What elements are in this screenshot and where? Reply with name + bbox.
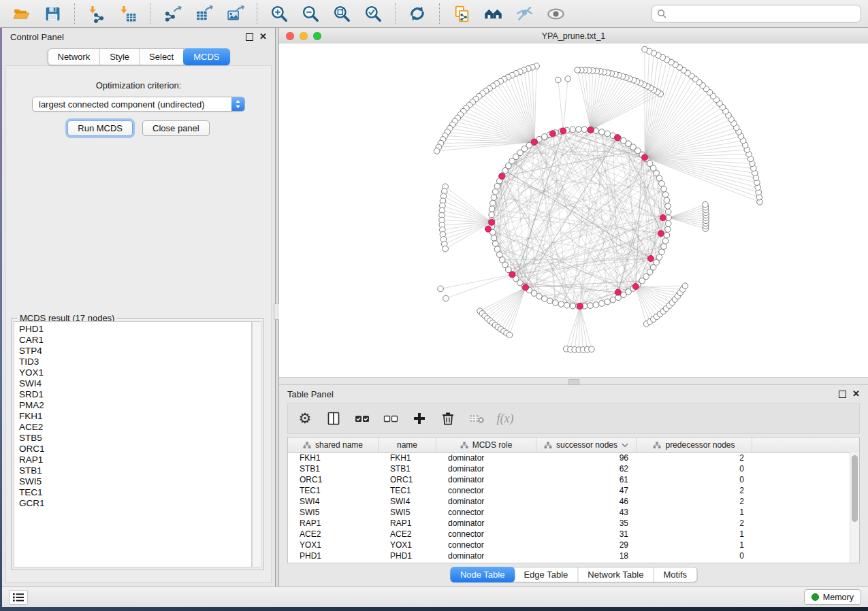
network-node[interactable] — [665, 209, 671, 215]
table-row[interactable]: RAP1RAP1dominator352 — [288, 518, 850, 529]
network-node[interactable] — [542, 134, 548, 140]
network-node[interactable] — [489, 206, 495, 212]
network-node[interactable] — [662, 238, 669, 244]
mcds-result-item[interactable]: SWI4 — [14, 378, 251, 389]
table-row[interactable]: YOX1YOX1connector291 — [288, 540, 850, 550]
delete-column-button[interactable] — [439, 410, 457, 427]
zoom-out-button[interactable] — [296, 3, 325, 24]
network-node[interactable] — [564, 302, 570, 308]
network-node[interactable] — [434, 148, 440, 154]
network-node[interactable] — [492, 189, 498, 195]
zoom-selected-button[interactable] — [359, 3, 387, 24]
mcds-result-item[interactable]: PMA2 — [14, 400, 251, 411]
mcds-result-item[interactable]: CAR1 — [14, 335, 251, 346]
network-node[interactable] — [659, 181, 665, 187]
tab-edge-table[interactable]: Edge Table — [514, 567, 578, 582]
mcds-dominator-node[interactable] — [647, 255, 654, 261]
network-node[interactable] — [665, 227, 671, 233]
mcds-result-item[interactable]: TEC1 — [14, 487, 251, 498]
table-row[interactable]: STB1STB1dominator620 — [288, 463, 850, 474]
network-node[interactable] — [443, 246, 449, 252]
mcds-dominator-node[interactable] — [489, 219, 495, 225]
mcds-dominator-node[interactable] — [560, 128, 566, 134]
network-node[interactable] — [605, 131, 611, 137]
tab-select[interactable]: Select — [140, 49, 184, 65]
close-panel-icon[interactable]: ✕ — [852, 391, 860, 397]
network-node[interactable] — [542, 296, 548, 302]
mcds-result-item[interactable]: GCR1 — [14, 498, 251, 509]
table-row[interactable]: SWI5SWI5connector431 — [288, 507, 850, 518]
column-header-successor-nodes[interactable]: successor nodes — [536, 437, 637, 452]
close-panel-icon[interactable]: ✕ — [259, 33, 267, 40]
export-table-button[interactable] — [189, 3, 218, 24]
select-all-button[interactable] — [353, 410, 371, 427]
column-header-predecessor-nodes[interactable]: predecessor nodes — [637, 437, 752, 452]
network-node[interactable] — [570, 303, 576, 309]
show-all-button[interactable] — [541, 3, 570, 24]
network-node[interactable] — [588, 303, 594, 309]
tab-mcds[interactable]: MCDS — [183, 48, 229, 65]
network-node[interactable] — [494, 183, 500, 189]
column-header-name[interactable]: name — [379, 437, 436, 452]
zoom-in-button[interactable] — [265, 3, 293, 24]
mcds-result-item[interactable]: ACE2 — [14, 422, 251, 433]
mcds-result-item[interactable]: ORC1 — [14, 444, 251, 455]
mcds-result-item[interactable]: STB1 — [14, 465, 251, 476]
network-graph[interactable] — [279, 44, 868, 377]
mcds-dominator-node[interactable] — [658, 231, 664, 237]
table-row[interactable]: PHD1PHD1dominator180 — [288, 550, 850, 561]
mcds-result-item[interactable]: STB5 — [14, 433, 251, 444]
network-node[interactable] — [642, 46, 648, 52]
tab-node-table[interactable]: Node Table — [450, 567, 515, 582]
table-row[interactable]: TEC1TEC1connector472 — [288, 485, 850, 496]
network-node[interactable] — [661, 244, 667, 250]
network-node[interactable] — [547, 298, 553, 304]
export-image-button[interactable] — [221, 3, 249, 24]
network-node[interactable] — [558, 301, 564, 308]
network-node[interactable] — [703, 201, 709, 208]
mcds-dominator-node[interactable] — [660, 214, 666, 220]
network-node[interactable] — [581, 127, 588, 133]
mcds-result-item[interactable]: SRD1 — [14, 389, 251, 400]
table-row[interactable]: SWI4SWI4dominator462 — [288, 496, 850, 507]
network-node[interactable] — [490, 200, 496, 206]
mcds-result-item[interactable]: FKH1 — [14, 411, 251, 422]
network-node[interactable] — [662, 192, 669, 198]
mcds-dominator-node[interactable] — [549, 131, 556, 137]
run-mcds-button[interactable]: Run MCDS — [67, 120, 133, 136]
mcds-dominator-node[interactable] — [499, 173, 505, 179]
network-node[interactable] — [661, 186, 667, 193]
float-panel-icon[interactable] — [246, 33, 253, 41]
horizontal-splitter[interactable] — [279, 377, 868, 385]
splitter-grip[interactable] — [568, 379, 579, 385]
mcds-dominator-node[interactable] — [588, 127, 594, 133]
deselect-all-button[interactable] — [382, 410, 400, 427]
network-node[interactable] — [664, 197, 670, 203]
network-node[interactable] — [659, 249, 665, 255]
network-node[interactable] — [610, 297, 616, 303]
network-node[interactable] — [491, 235, 497, 242]
network-node[interactable] — [665, 203, 671, 210]
table-row[interactable]: ORC1ORC1dominator610 — [288, 474, 850, 485]
mcds-dominator-node[interactable] — [614, 135, 620, 141]
tab-style[interactable]: Style — [100, 49, 140, 65]
mcds-result-item[interactable]: STP4 — [14, 346, 251, 357]
criterion-select[interactable]: largest connected component (undirected) — [32, 97, 245, 112]
network-canvas[interactable] — [279, 44, 868, 377]
hide-selected-button[interactable] — [510, 3, 539, 24]
network-node[interactable] — [507, 332, 513, 338]
save-session-button[interactable] — [38, 3, 67, 24]
mcds-result-item[interactable]: PHD1 — [14, 324, 251, 335]
import-table-button[interactable] — [114, 3, 142, 24]
mcds-dominator-node[interactable] — [577, 303, 583, 309]
mcds-result-item[interactable]: TID3 — [14, 357, 251, 367]
network-node[interactable] — [553, 300, 559, 306]
network-node[interactable] — [489, 212, 495, 218]
network-node[interactable] — [536, 293, 543, 299]
mcds-dominator-node[interactable] — [642, 154, 648, 161]
network-node[interactable] — [576, 127, 582, 133]
show-columns-button[interactable] — [325, 410, 342, 427]
network-node[interactable] — [556, 77, 562, 83]
memory-button[interactable]: Memory — [804, 589, 861, 605]
mcds-dominator-node[interactable] — [522, 284, 528, 291]
